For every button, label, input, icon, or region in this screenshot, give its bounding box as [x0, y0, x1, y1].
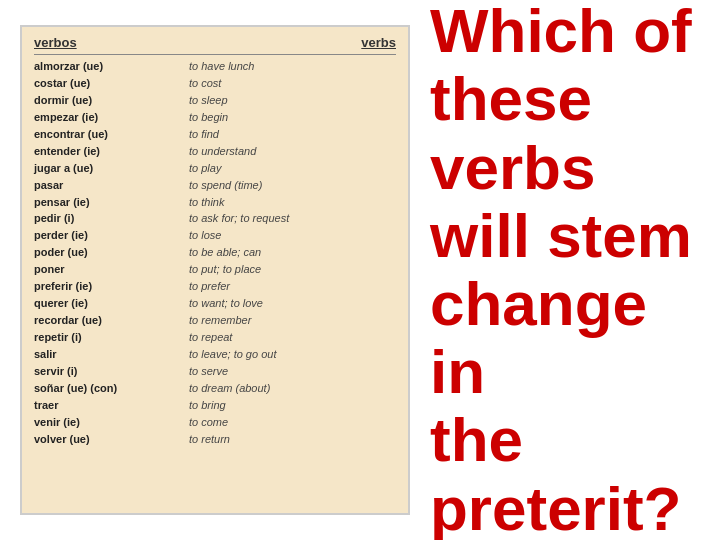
table-row: querer (ie) [34, 296, 189, 312]
table-row: jugar a (ue) [34, 161, 189, 177]
table-row: repetir (i) [34, 330, 189, 346]
table-row: to repeat [189, 330, 396, 346]
table-row: soñar (ue) (con) [34, 381, 189, 397]
table-row: encontrar (ue) [34, 127, 189, 143]
table-row: empezar (ie) [34, 110, 189, 126]
table-row: to bring [189, 398, 396, 414]
vocab-table: verbos verbs almorzar (ue)costar (ue)dor… [20, 25, 410, 515]
table-row: pasar [34, 178, 189, 194]
col-header-english: verbs [361, 35, 396, 50]
table-row: recordar (ue) [34, 313, 189, 329]
table-row: to cost [189, 76, 396, 92]
table-row: volver (ue) [34, 432, 189, 448]
table-row: costar (ue) [34, 76, 189, 92]
table-row: to put; to place [189, 262, 396, 278]
table-row: perder (ie) [34, 228, 189, 244]
table-header: verbos verbs [34, 35, 396, 55]
spanish-column: almorzar (ue)costar (ue)dormir (ue)empez… [34, 59, 189, 448]
table-row: to leave; to go out [189, 347, 396, 363]
table-row: poner [34, 262, 189, 278]
table-row: preferir (ie) [34, 279, 189, 295]
table-row: to understand [189, 144, 396, 160]
table-row: to have lunch [189, 59, 396, 75]
table-row: to come [189, 415, 396, 431]
table-row: to dream (about) [189, 381, 396, 397]
col-header-spanish: verbos [34, 35, 77, 50]
question-line1: Which of [430, 0, 692, 65]
question-line3: will stem [430, 201, 692, 270]
question-line4: change in [430, 269, 647, 406]
table-row: to be able; can [189, 245, 396, 261]
table-row: to spend (time) [189, 178, 396, 194]
table-body: almorzar (ue)costar (ue)dormir (ue)empez… [34, 59, 396, 448]
table-row: almorzar (ue) [34, 59, 189, 75]
table-row: to return [189, 432, 396, 448]
table-row: to play [189, 161, 396, 177]
table-row: to serve [189, 364, 396, 380]
main-container: verbos verbs almorzar (ue)costar (ue)dor… [0, 0, 720, 540]
english-column: to have lunchto costto sleepto beginto f… [189, 59, 396, 448]
question-panel: Which of these verbs will stem change in… [410, 25, 720, 515]
table-row: entender (ie) [34, 144, 189, 160]
table-row: to sleep [189, 93, 396, 109]
table-row: servir (i) [34, 364, 189, 380]
table-row: to prefer [189, 279, 396, 295]
table-row: venir (ie) [34, 415, 189, 431]
table-row: poder (ue) [34, 245, 189, 261]
table-row: to want; to love [189, 296, 396, 312]
table-row: to lose [189, 228, 396, 244]
table-row: salir [34, 347, 189, 363]
question-text: Which of these verbs will stem change in… [430, 0, 700, 540]
table-row: to find [189, 127, 396, 143]
table-row: to think [189, 195, 396, 211]
table-row: to remember [189, 313, 396, 329]
table-row: traer [34, 398, 189, 414]
table-row: to ask for; to request [189, 211, 396, 227]
question-line2: these verbs [430, 64, 595, 201]
table-row: pedir (i) [34, 211, 189, 227]
table-row: to begin [189, 110, 396, 126]
table-row: pensar (ie) [34, 195, 189, 211]
question-line6: preterit? [430, 474, 681, 540]
question-line5: the [430, 405, 523, 474]
table-row: dormir (ue) [34, 93, 189, 109]
